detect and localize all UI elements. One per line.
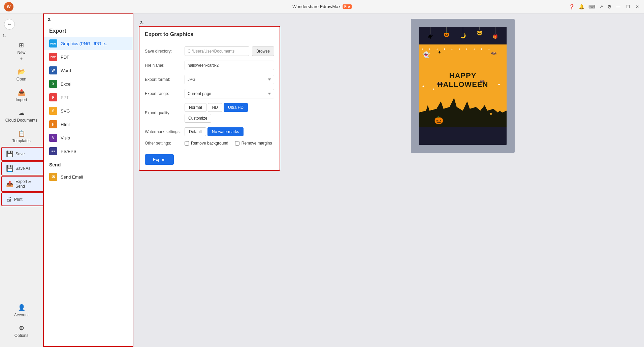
avatar: W	[4, 2, 13, 11]
export-format-excel[interactable]: X Excel	[44, 77, 133, 91]
remove-margins-checkbox[interactable]	[235, 141, 239, 146]
account-icon: 👤	[18, 304, 25, 311]
new-icon: ⊞	[19, 41, 24, 49]
visio-label: Visio	[61, 135, 70, 140]
sidebar-top: ← 1. ⊞ New + 📂 Open 📥 Import ☁ Cloud Doc…	[0, 16, 43, 300]
sidebar-item-export-label: Export & Send	[15, 179, 39, 189]
cloud-icon: ☁	[19, 109, 25, 117]
dialog-body: Save directory: Browse File Name: Export…	[139, 41, 280, 170]
quality-hd-button[interactable]: HD	[208, 103, 222, 112]
export-format-pdf[interactable]: PDF PDF	[44, 50, 133, 64]
html-icon: H	[49, 120, 57, 128]
halloween-line1: HAPPY	[419, 71, 507, 80]
sidebar-item-import[interactable]: 📥 Import	[1, 85, 41, 105]
remove-background-item[interactable]: Remove background	[185, 141, 228, 146]
watermark-default-button[interactable]: Default	[185, 127, 206, 136]
export-range-select[interactable]: Current page All pages Selected objects	[185, 89, 274, 98]
export-format-ppt[interactable]: P PPT	[44, 91, 133, 104]
quality-group: Normal HD Ultra HD	[185, 103, 248, 112]
export-format-visio[interactable]: V Visio	[44, 131, 133, 145]
new-plus-icon: +	[20, 56, 23, 61]
sidebar-item-save[interactable]: 💾 Save	[1, 147, 44, 161]
halloween-card: 🕷 🎃 🌙	[419, 27, 507, 145]
export-panel-title: Export	[44, 23, 133, 37]
settings-icon[interactable]: ⚙	[607, 4, 612, 9]
pseps-label: PS/EPS	[61, 149, 76, 154]
png-icon: PNG	[49, 39, 57, 48]
bell-icon[interactable]: 🔔	[579, 4, 584, 9]
export-format-pseps[interactable]: PS PS/EPS	[44, 145, 133, 158]
word-label: Word	[61, 68, 71, 73]
export-format-png[interactable]: PNG Graphics (PNG, JPG e...	[44, 37, 133, 50]
pdf-icon: PDF	[49, 53, 57, 61]
watermark-none-button[interactable]: No watermarks	[207, 127, 244, 136]
step2-label: 2.	[46, 15, 52, 23]
email-icon: ✉	[49, 173, 57, 181]
remove-margins-item[interactable]: Remove margins	[235, 141, 272, 146]
sidebar-item-new[interactable]: ⊞ New +	[1, 38, 41, 64]
card-middle: ✦ ✦ ✦ ✦ ✦ ✦ ✦ ✦ ✦ ✦	[419, 44, 507, 127]
sidebar-item-templates[interactable]: 📋 Templates	[1, 126, 41, 147]
card-top: 🕷 🎃 🌙	[419, 27, 507, 44]
halloween-line2: HALLOWEEN	[419, 80, 507, 89]
ppt-label: PPT	[61, 95, 69, 100]
save-directory-label: Save directory:	[145, 49, 182, 54]
export-range-row: Export range: Current page All pages Sel…	[145, 89, 274, 98]
sidebar-item-print[interactable]: 🖨 Print	[1, 192, 44, 206]
export-quality-row: Export quality: Normal HD Ultra HD Custo…	[145, 103, 274, 123]
sidebar-item-templates-label: Templates	[12, 138, 31, 143]
watermark-label: Watermark settings:	[145, 129, 182, 134]
send-email-item[interactable]: ✉ Send Email	[44, 170, 133, 184]
sidebar-item-cloud[interactable]: ☁ Cloud Documents	[1, 106, 41, 126]
other-settings-label: Other settings:	[145, 141, 182, 146]
sidebar-item-export[interactable]: 📤 Export & Send	[1, 176, 44, 192]
watermark-group: Default No watermarks	[185, 127, 244, 136]
excel-label: Excel	[61, 82, 71, 87]
export-format-svg[interactable]: S SVG	[44, 104, 133, 118]
export-dialog: Export to Graphics Save directory: Brows…	[139, 26, 280, 171]
restore-button[interactable]: ❐	[625, 4, 631, 9]
keyboard-icon[interactable]: ⌨	[588, 4, 595, 9]
sidebar-item-new-label: New	[17, 50, 25, 55]
app-name: Wondershare EdrawMax	[292, 4, 341, 9]
export-quality-label: Export quality:	[145, 111, 182, 115]
titlebar: W Wondershare EdrawMax Pro ❓ 🔔 ⌨ ↗ ⚙ — ❐…	[0, 0, 644, 13]
export-format-select[interactable]: JPG PNG BMP GIF TIFF	[185, 75, 274, 84]
halloween-text: HAPPY HALLOWEEN	[419, 71, 507, 89]
step3-label: 3.	[139, 19, 280, 26]
main-layout: ← 1. ⊞ New + 📂 Open 📥 Import ☁ Cloud Doc…	[0, 13, 644, 347]
card-bottom	[419, 127, 507, 145]
sidebar-item-saveas[interactable]: 💾 Save As	[1, 161, 44, 176]
other-settings-row: Other settings: Remove background Remove…	[145, 141, 274, 146]
visio-icon: V	[49, 134, 57, 142]
ppt-icon: P	[49, 93, 57, 101]
customize-button[interactable]: Customize	[185, 114, 211, 123]
sidebar-item-options[interactable]: ⚙ Options	[1, 321, 41, 341]
sidebar-item-account-label: Account	[14, 313, 29, 317]
browse-button[interactable]: Browse	[252, 46, 274, 56]
file-name-input[interactable]	[185, 61, 274, 70]
export-format-html[interactable]: H Html	[44, 118, 133, 131]
quality-normal-button[interactable]: Normal	[185, 103, 206, 112]
file-name-row: File Name:	[145, 61, 274, 70]
sidebar-item-open[interactable]: 📂 Open	[1, 65, 41, 85]
export-range-label: Export range:	[145, 91, 182, 96]
sidebar-item-account[interactable]: 👤 Account	[1, 301, 41, 321]
options-icon: ⚙	[19, 324, 24, 332]
sidebar-item-save-label: Save	[15, 152, 25, 156]
preview-card: 🕷 🎃 🌙	[411, 19, 515, 153]
export-format-row: Export format: JPG PNG BMP GIF TIFF	[145, 75, 274, 84]
export-button[interactable]: Export	[145, 154, 174, 165]
minimize-button[interactable]: —	[616, 4, 621, 9]
remove-background-checkbox[interactable]	[185, 141, 189, 146]
svg-icon: S	[49, 107, 57, 115]
close-button[interactable]: ✕	[635, 4, 640, 9]
back-button[interactable]: ←	[4, 19, 15, 30]
quality-ultrahd-button[interactable]: Ultra HD	[224, 103, 248, 112]
share-icon[interactable]: ↗	[599, 4, 603, 9]
sidebar-item-import-label: Import	[15, 97, 27, 102]
save-directory-input[interactable]	[185, 46, 249, 56]
word-icon: W	[49, 66, 57, 74]
help-icon[interactable]: ❓	[569, 4, 575, 9]
export-format-word[interactable]: W Word	[44, 64, 133, 77]
